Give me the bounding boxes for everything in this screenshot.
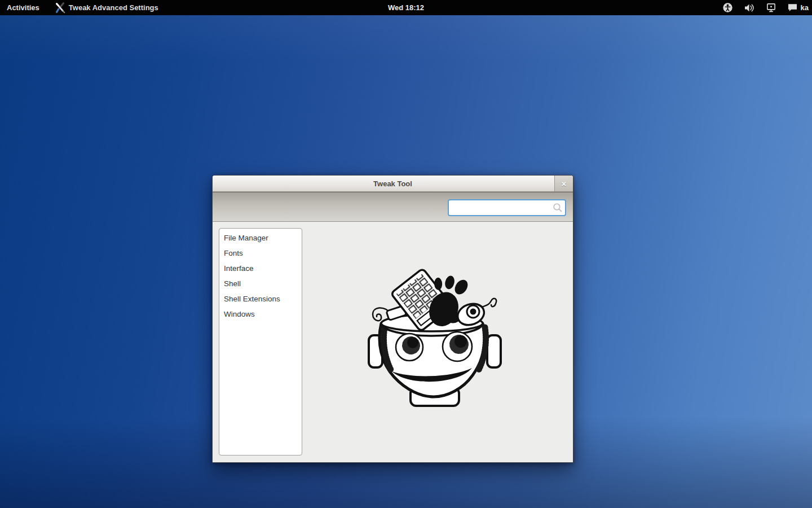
window-toolbar [213,192,573,222]
tweak-tool-app-icon [54,2,67,14]
user-menu[interactable]: ka [787,3,809,12]
window-titlebar[interactable]: Tweak Tool × [213,176,573,192]
sidebar-item-file-manager[interactable]: File Manager [219,231,302,246]
display-icon[interactable] [766,0,776,15]
accessibility-icon[interactable] [722,0,733,15]
volume-icon[interactable] [744,0,755,15]
main-pane [302,228,567,456]
tweak-tool-window: Tweak Tool × File Manager Fonts Interfac… [212,175,573,463]
sidebar-item-fonts[interactable]: Fonts [219,246,302,261]
close-button[interactable]: × [554,176,573,191]
chat-icon [787,3,798,12]
sidebar-item-shell[interactable]: Shell [219,277,302,292]
window-title: Tweak Tool [373,179,412,188]
activities-button[interactable]: Activities [0,0,46,15]
top-bar: Activities Tweak Advanced Settings Wed 1… [0,0,812,15]
search-input[interactable] [448,199,566,216]
clock-label[interactable]: Wed 18:12 [388,3,424,12]
username-label: ka [801,3,809,12]
sidebar-item-windows[interactable]: Windows [219,307,302,322]
window-content: File Manager Fonts Interface Shell Shell… [213,222,573,462]
sidebar-item-shell-extensions[interactable]: Shell Extensions [219,292,302,307]
focused-app-title: Tweak Advanced Settings [69,3,158,12]
category-list: File Manager Fonts Interface Shell Shell… [219,228,302,456]
sidebar-item-interface[interactable]: Interface [219,261,302,277]
tweak-tool-mascot-illustration [367,264,502,410]
app-menu[interactable]: Tweak Advanced Settings [54,0,158,15]
